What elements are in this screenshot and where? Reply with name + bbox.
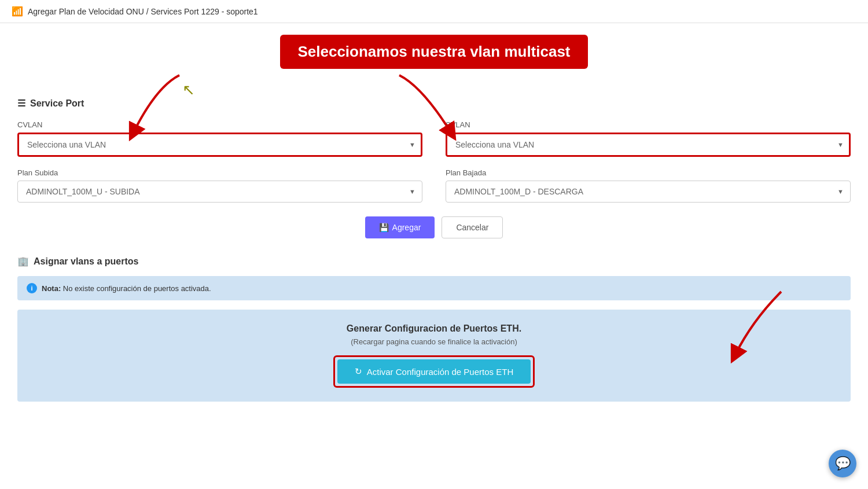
generar-subtitle: (Recargar pagina cuando se finalice la a… (29, 337, 839, 346)
cvlan-select[interactable]: Selecciona una VLAN (17, 133, 422, 157)
plan-subida-select[interactable]: ADMINOLT_100M_U - SUBIDA (17, 181, 422, 203)
header-title: Agregar Plan de Velocidad ONU / Services… (28, 7, 258, 16)
service-port-icon: ☰ (17, 98, 25, 109)
nota-text: Nota: No existe configuración de puertos… (42, 284, 211, 293)
asignar-vlans-header: 🏢 Asignar vlans a puertos (17, 256, 851, 267)
plan-bajada-label: Plan Bajada (446, 168, 851, 177)
plan-bajada-select[interactable]: ADMINOLT_100M_D - DESCARGA (446, 181, 851, 203)
plan-subida-select-wrapper: ADMINOLT_100M_U - SUBIDA (17, 181, 422, 203)
plan-bajada-select-wrapper: ADMINOLT_100M_D - DESCARGA (446, 181, 851, 203)
svlan-field: SVLAN Selecciona una VLAN (446, 120, 851, 157)
service-port-header: ☰ Service Port (17, 98, 851, 109)
asignar-vlans-label: Asignar vlans a puertos (34, 256, 138, 267)
buttons-row: 💾 Agregar Cancelar (17, 216, 851, 238)
save-icon: 💾 (379, 223, 389, 232)
svlan-select[interactable]: Selecciona una VLAN (446, 133, 851, 157)
plan-bajada-field: Plan Bajada ADMINOLT_100M_D - DESCARGA (446, 168, 851, 203)
svlan-select-wrapper: Selecciona una VLAN (446, 133, 851, 157)
building-icon: 🏢 (17, 256, 29, 267)
activar-btn-wrapper: ↻ Activar Configuración de Puertos ETH (333, 355, 535, 388)
generar-box: Generar Configuracion de Puertos ETH. (R… (17, 310, 851, 402)
form-grid: CVLAN Selecciona una VLAN SVLAN Seleccio… (17, 120, 851, 203)
plan-subida-field: Plan Subida ADMINOLT_100M_U - SUBIDA (17, 168, 422, 203)
wifi-icon: 📶 (12, 6, 23, 17)
nota-box: i Nota: No existe configuración de puert… (17, 276, 851, 300)
refresh-icon: ↻ (355, 366, 362, 377)
annotation-banner-top: Seleccionamos nuestra vlan multicast (280, 35, 587, 69)
activar-button[interactable]: ↻ Activar Configuración de Puertos ETH (337, 359, 531, 384)
service-port-label: Service Port (30, 98, 84, 109)
generar-title: Generar Configuracion de Puertos ETH. (29, 323, 839, 334)
info-icon: i (27, 283, 37, 293)
main-content: Seleccionamos nuestra vlan multicast ↖ ☰… (0, 23, 868, 413)
header-bar: 📶 Agregar Plan de Velocidad ONU / Servic… (0, 0, 868, 23)
cvlan-label: CVLAN (17, 120, 422, 129)
cvlan-select-wrapper: Selecciona una VLAN (17, 133, 422, 157)
activar-label: Activar Configuración de Puertos ETH (367, 367, 513, 377)
agregar-button[interactable]: 💾 Agregar (365, 216, 435, 238)
cancelar-label: Cancelar (456, 223, 488, 232)
svlan-label: SVLAN (446, 120, 851, 129)
cvlan-field: CVLAN Selecciona una VLAN (17, 120, 422, 157)
cancelar-button[interactable]: Cancelar (442, 216, 503, 238)
plan-subida-label: Plan Subida (17, 168, 422, 177)
agregar-label: Agregar (392, 223, 421, 232)
